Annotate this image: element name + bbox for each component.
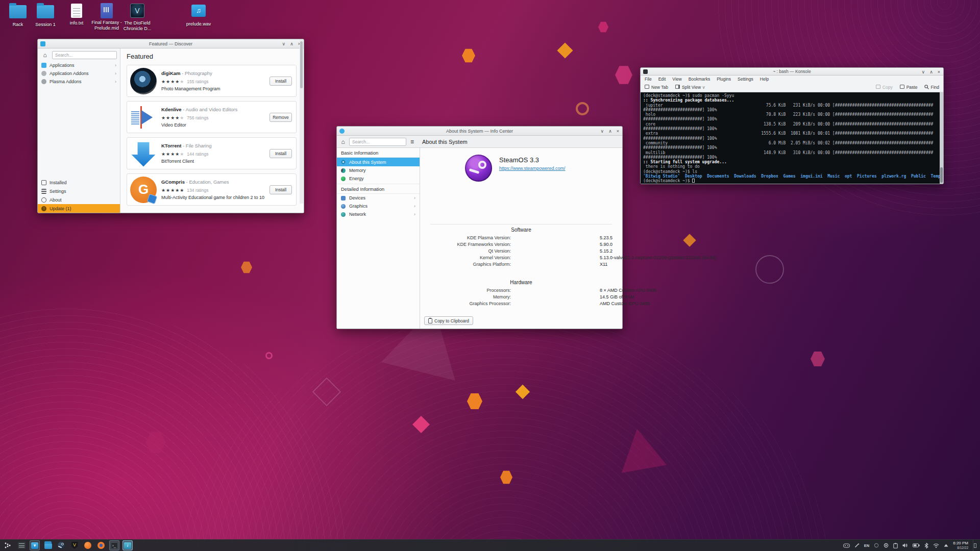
menu-view[interactable]: View xyxy=(672,77,681,82)
copy-button[interactable]: Copy xyxy=(876,85,893,90)
applications-icon xyxy=(41,63,46,68)
app-launcher-button[interactable] xyxy=(3,540,13,550)
app-category: - File Sharing xyxy=(181,143,211,148)
home-icon[interactable]: ⌂ xyxy=(339,138,347,145)
launcher-icon xyxy=(5,542,12,548)
sidebar-item-energy[interactable]: Energy xyxy=(337,174,420,183)
sidebar-item-update[interactable]: ! Update (1) xyxy=(38,204,120,213)
graphics-icon xyxy=(341,204,346,209)
sidebar-item-memory[interactable]: Memory xyxy=(337,166,420,174)
paste-button[interactable]: Paste xyxy=(900,85,918,90)
orange-app-button[interactable] xyxy=(83,540,93,550)
steam-link[interactable]: https://www.steampowered.com/ xyxy=(499,166,566,171)
task-discover[interactable]: ▾ xyxy=(30,540,40,550)
menu-file[interactable]: File xyxy=(645,77,652,82)
app-summary: BitTorrent Client xyxy=(161,159,270,164)
app-summary: Video Editor xyxy=(161,122,270,128)
sidebar-item-installed[interactable]: Installed xyxy=(38,178,120,187)
sidebar-item-settings[interactable]: Settings xyxy=(38,187,120,195)
close-icon[interactable]: × xyxy=(938,69,940,74)
info-label: Kernel Version: xyxy=(480,255,511,260)
desktop-icon-session1[interactable]: Session 1 xyxy=(28,3,63,28)
menu-bookmarks[interactable]: Bookmarks xyxy=(689,77,710,82)
discover-search-input[interactable] xyxy=(52,51,117,59)
battery-icon[interactable] xyxy=(913,543,920,547)
konsole-titlebar[interactable]: ~ : bash — Konsole ∨ ∧ × xyxy=(641,68,943,76)
sidebar-item-applications[interactable]: Applications › xyxy=(38,61,120,69)
status-circle-icon[interactable] xyxy=(874,543,879,548)
digikam-icon xyxy=(130,68,157,94)
install-button[interactable]: Install xyxy=(270,185,292,194)
chevron-right-icon: › xyxy=(414,212,415,217)
sidebar-item-network[interactable]: Network › xyxy=(337,210,420,218)
app-card-kdenlive[interactable]: Kdenlive - Audio and Video Editors ★★★★★… xyxy=(127,101,297,133)
copy-to-clipboard-button[interactable]: Copy to Clipboard xyxy=(424,316,473,325)
split-view-button[interactable]: Split View ∨ xyxy=(675,85,705,90)
info-label: KDE Plasma Version: xyxy=(467,235,511,240)
mixer-panel-button[interactable] xyxy=(16,540,27,550)
keyboard-layout-indicator[interactable]: EN xyxy=(864,543,869,548)
info-center-titlebar[interactable]: About this System — Info Center ∨ ∧ × xyxy=(337,127,622,136)
minimize-icon[interactable]: ∨ xyxy=(922,69,925,74)
sidebar-item-about[interactable]: About xyxy=(38,195,120,204)
hamburger-menu-icon[interactable]: ≡ xyxy=(410,138,414,145)
close-icon[interactable]: × xyxy=(617,129,619,134)
task-info-center[interactable]: i xyxy=(122,540,133,550)
clock-time: 6:20 PM xyxy=(953,541,968,545)
find-button[interactable]: Find xyxy=(924,85,939,90)
volume-icon[interactable] xyxy=(902,543,908,548)
clipboard-icon[interactable] xyxy=(893,543,898,548)
maximize-icon[interactable]: ∧ xyxy=(290,41,293,46)
sidebar-item-application-addons[interactable]: Application Addons › xyxy=(38,69,120,78)
sidebar-item-devices[interactable]: Devices › xyxy=(337,194,420,202)
menu-help[interactable]: Help xyxy=(760,77,769,82)
install-button[interactable]: Install xyxy=(270,149,292,158)
gamepad-icon[interactable] xyxy=(843,543,850,548)
desktop-icon-diofield[interactable]: The DioField Chronicle D... xyxy=(119,3,155,32)
steam-button[interactable] xyxy=(56,540,66,550)
maximize-icon[interactable]: ∧ xyxy=(608,129,612,134)
menu-plugins[interactable]: Plugins xyxy=(717,77,731,82)
minimize-icon[interactable]: ∨ xyxy=(282,41,286,46)
discover-titlebar[interactable]: Featured — Discover ∨ ∧ × xyxy=(38,39,304,48)
shield-app-button[interactable]: V xyxy=(69,540,80,550)
install-button[interactable]: Install xyxy=(270,77,292,86)
app-card-ktorrent[interactable]: KTorrent - File Sharing ★★★★★144 ratings… xyxy=(127,137,297,169)
scrollbar[interactable] xyxy=(940,92,943,184)
sidebar-item-graphics[interactable]: Graphics › xyxy=(337,202,420,210)
firefox-button[interactable] xyxy=(96,540,106,550)
terminal-cursor xyxy=(692,179,695,183)
terminal-output[interactable]: (deck@steamdeck ~)$ sudo pacman -Syyu ::… xyxy=(641,92,943,184)
info-label: KDE Frameworks Version: xyxy=(457,242,511,247)
remove-button[interactable]: Remove xyxy=(270,113,292,122)
sidebar-item-plasma-addons[interactable]: Plasma Addons › xyxy=(38,78,120,86)
expand-tray-icon[interactable] xyxy=(944,544,948,547)
info-center-search-input[interactable] xyxy=(349,138,406,146)
app-card-gcompris[interactable]: G GCompris - Education, Games ★★★★★134 r… xyxy=(127,173,297,206)
scrollbar[interactable] xyxy=(300,39,303,204)
show-desktop-icon xyxy=(974,543,976,548)
wifi-icon[interactable] xyxy=(933,543,939,548)
task-konsole[interactable]: ›_ xyxy=(109,540,119,550)
app-name: digiKam xyxy=(161,70,180,76)
clock[interactable]: 6:20 PM 8/12/22 xyxy=(953,541,968,550)
maximize-icon[interactable]: ∧ xyxy=(929,69,933,74)
record-icon[interactable] xyxy=(884,543,889,548)
file-manager-button[interactable] xyxy=(43,540,53,550)
bluetooth-icon[interactable] xyxy=(924,543,928,548)
app-card-digikam[interactable]: digiKam - Photography ★★★★★155 ratings P… xyxy=(127,65,297,97)
chevron-right-icon: › xyxy=(414,195,415,201)
new-tab-icon xyxy=(645,85,649,89)
pen-icon[interactable] xyxy=(854,543,860,548)
section-basic-information: Basic Information xyxy=(337,148,420,158)
minimize-icon[interactable]: ∨ xyxy=(601,129,604,134)
menu-edit[interactable]: Edit xyxy=(658,77,666,82)
desktop-icon-prelude-wav[interactable]: ♫ prelude.wav xyxy=(181,3,216,27)
show-desktop-button[interactable] xyxy=(973,540,977,551)
home-icon[interactable]: ⌂ xyxy=(41,52,49,59)
mixer-icon xyxy=(18,542,26,549)
menu-settings[interactable]: Settings xyxy=(738,77,753,82)
sidebar-item-label: Network xyxy=(349,212,366,217)
new-tab-button[interactable]: New Tab xyxy=(645,85,668,90)
sidebar-item-about-this-system[interactable]: About this System xyxy=(337,158,420,166)
